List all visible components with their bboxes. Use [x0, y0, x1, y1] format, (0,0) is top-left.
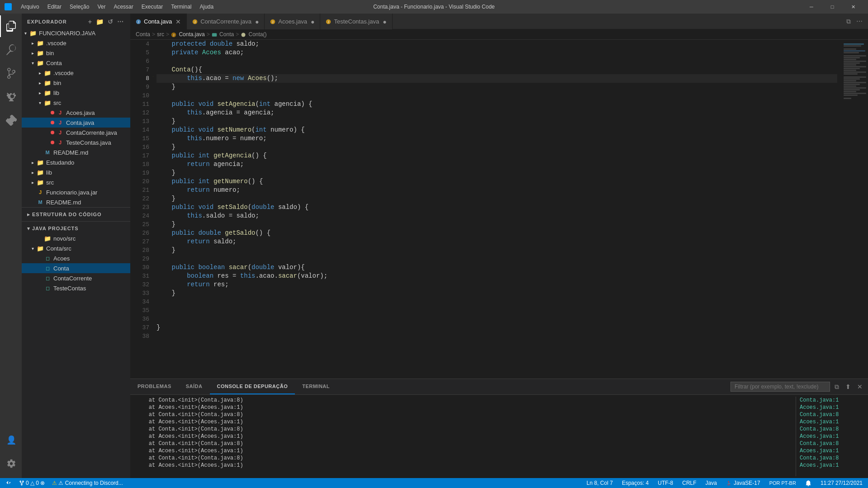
code-line[interactable]: return res; — [157, 280, 837, 289]
code-line[interactable] — [157, 306, 837, 315]
tab-testecontas-java[interactable]: J TesteContas.java ● — [320, 14, 392, 29]
java-ext-status[interactable]: JavaSE-17 — [724, 478, 762, 488]
code-line[interactable]: 💡 this.acao = new Acoes(); — [157, 74, 837, 83]
java-tree-item-acoes[interactable]: ◻Acoes — [22, 253, 130, 263]
menu-executar[interactable]: Executar — [138, 2, 166, 12]
code-line[interactable]: return agencia; — [157, 160, 837, 169]
code-line[interactable] — [157, 332, 837, 341]
code-line[interactable]: this.agencia = agencia; — [157, 109, 837, 117]
panel-tab-terminal[interactable]: TERMINAL — [295, 379, 337, 394]
tree-item-src[interactable]: ▾📁src — [22, 98, 130, 108]
cursor-position-status[interactable]: Ln 8, Col 7 — [585, 478, 615, 488]
settings-activity-icon[interactable] — [0, 453, 22, 474]
console-right-line[interactable]: Conta.java:8 — [800, 440, 864, 447]
search-activity-icon[interactable] — [0, 39, 22, 61]
tree-item-src[interactable]: ▸📁src — [22, 177, 130, 187]
tree-item-contacorrente-java[interactable]: JContaCorrente.java — [22, 128, 130, 137]
code-line[interactable]: this.saldo = saldo; — [157, 212, 837, 220]
tab-conta-java[interactable]: J Conta.java ✕ — [130, 14, 187, 29]
breadcrumb-class[interactable]: Conta — [212, 31, 234, 38]
code-line[interactable]: } — [157, 289, 837, 298]
code-line[interactable]: public void setNumero(int numero) { — [157, 126, 837, 134]
java-projects-section-header[interactable]: ▾ JAVA PROJECTS — [22, 223, 130, 233]
time-status[interactable]: 11:27 27/12/2021 — [819, 478, 864, 488]
explorer-activity-icon[interactable] — [0, 15, 22, 37]
discord-status[interactable]: ⚠ ⚠ Connecting to Discord... — [50, 478, 124, 488]
console-right-line[interactable]: Acoes.java:1 — [800, 447, 864, 455]
encoding-status[interactable]: UTF-8 — [656, 478, 675, 488]
code-line[interactable]: return saldo; — [157, 237, 837, 246]
tab-close-button[interactable]: ● — [383, 18, 386, 25]
code-line[interactable]: public int getAgencia() { — [157, 152, 837, 160]
console-right-line[interactable]: Conta.java:8 — [800, 426, 864, 433]
code-line[interactable]: public int getNumero() { — [157, 177, 837, 186]
remote-status[interactable] — [4, 478, 14, 488]
tree-item--vscode[interactable]: ▸📁.vscode — [22, 38, 130, 48]
tree-item-readme-md[interactable]: MREADME.md — [22, 197, 130, 207]
notifications-status[interactable] — [803, 478, 813, 488]
tree-item-estudando[interactable]: ▸📁Estudando — [22, 157, 130, 167]
minimize-button[interactable]: ─ — [801, 0, 822, 14]
menu-ver[interactable]: Ver — [94, 2, 109, 12]
code-line[interactable] — [157, 255, 837, 263]
console-right-line[interactable]: Acoes.java:1 — [800, 462, 864, 469]
code-line[interactable]: public double getSaldo() { — [157, 229, 837, 237]
panel-maximize-icon[interactable]: ⬆ — [844, 382, 853, 391]
maximize-button[interactable]: □ — [822, 0, 843, 14]
console-right-line[interactable]: Conta.java:8 — [800, 455, 864, 462]
console-right-line[interactable]: Acoes.java:1 — [800, 433, 864, 440]
panel-tab-problemas[interactable]: PROBLEMAS — [130, 379, 179, 394]
code-line[interactable]: this.numero = numero; — [157, 134, 837, 143]
tab-close-button[interactable]: ● — [255, 18, 259, 25]
tab-acoes-java[interactable]: J Acoes.java ● — [265, 14, 320, 29]
menu-terminal[interactable]: Terminal — [167, 2, 195, 12]
menu-arquivo[interactable]: Arquivo — [17, 2, 43, 12]
tree-item-lib[interactable]: ▸📁lib — [22, 167, 130, 177]
new-file-icon[interactable]: + — [87, 17, 93, 26]
indentation-status[interactable]: Espaços: 4 — [620, 478, 650, 488]
accounts-activity-icon[interactable]: 👤 — [0, 429, 22, 451]
tree-item-bin[interactable]: ▸📁bin — [22, 48, 130, 58]
line-ending-status[interactable]: CRLF — [680, 478, 698, 488]
refresh-icon[interactable]: ↺ — [107, 17, 114, 26]
code-line[interactable]: } — [157, 169, 837, 177]
code-line[interactable]: } — [157, 220, 837, 229]
collapse-all-icon[interactable]: ⋯ — [116, 17, 125, 26]
menu-editar[interactable]: Editar — [44, 2, 65, 12]
code-line[interactable]: public void setSaldo(double saldo) { — [157, 203, 837, 212]
tree-item-readme-md[interactable]: MREADME.md — [22, 147, 130, 157]
panel-split-icon[interactable]: ⧉ — [833, 382, 841, 392]
tab-close-button[interactable]: ✕ — [175, 18, 181, 25]
code-line[interactable]: public void setAgencia(int agencia) { — [157, 100, 837, 109]
code-line[interactable]: } — [157, 194, 837, 203]
tree-item-testecontas-java[interactable]: JTesteContas.java — [22, 137, 130, 147]
tree-item-funcionario-java-jar[interactable]: JFuncionario.java.jar — [22, 187, 130, 197]
code-line[interactable] — [157, 315, 837, 323]
code-line[interactable]: Conta(){ — [157, 66, 837, 74]
breadcrumb-src[interactable]: src — [157, 31, 164, 38]
code-line[interactable] — [157, 57, 837, 66]
code-line[interactable]: protected double saldo; — [157, 40, 837, 48]
tree-item-conta-java[interactable]: JConta.java — [22, 118, 130, 128]
code-line[interactable]: } — [157, 83, 837, 91]
java-tree-item-novo-src[interactable]: 📁novo/src — [22, 233, 130, 243]
new-folder-icon[interactable]: 📁 — [95, 17, 105, 26]
code-line[interactable] — [157, 91, 837, 100]
code-line[interactable]: private Acoes acao; — [157, 48, 837, 57]
split-editor-icon[interactable]: ⧉ — [844, 16, 853, 27]
language-status[interactable]: Java — [704, 478, 719, 488]
code-lines[interactable]: protected double saldo; private Acoes ac… — [153, 40, 841, 379]
breadcrumb-contajava[interactable]: J Conta.java — [171, 31, 205, 38]
panel-close-icon[interactable]: ✕ — [855, 382, 864, 391]
code-line[interactable]: } — [157, 323, 837, 332]
estrutura-section-header[interactable]: ▸ ESTRUTURA DO CÓDIGO — [22, 209, 130, 219]
code-line[interactable]: public boolean sacar(double valor){ — [157, 263, 837, 272]
breadcrumb-conta[interactable]: Conta — [136, 31, 150, 38]
java-tree-item-conta[interactable]: ◻Conta — [22, 263, 130, 273]
tree-item-bin[interactable]: ▸📁bin — [22, 78, 130, 88]
code-line[interactable] — [157, 298, 837, 306]
debug-activity-icon[interactable] — [0, 86, 22, 108]
filter-input[interactable] — [730, 382, 830, 392]
tree-item--vscode[interactable]: ▸📁.vscode — [22, 68, 130, 78]
code-editor[interactable]: 4567891011121314151617181920212223242526… — [130, 40, 841, 379]
